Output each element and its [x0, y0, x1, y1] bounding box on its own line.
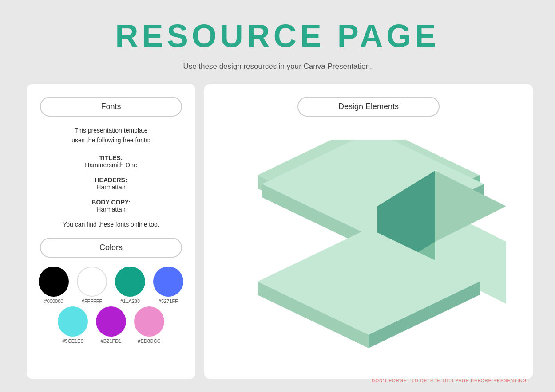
- main-content: Fonts This presentation template uses th…: [27, 84, 528, 379]
- colors-section: Colors #000000 #FFFFFF #11A288: [40, 238, 182, 346]
- fonts-header: Fonts: [40, 97, 182, 117]
- color-swatch-blue: #5271FF: [153, 267, 183, 304]
- color-swatch-white: #FFFFFF: [77, 267, 107, 304]
- shapes-container: [218, 140, 519, 353]
- color-swatch-teal: #11A288: [115, 267, 145, 304]
- fonts-description: This presentation template uses the foll…: [40, 125, 182, 145]
- color-label-teal: #11A288: [120, 298, 140, 304]
- design-elements-area: [218, 125, 519, 366]
- color-label-white: #FFFFFF: [82, 298, 102, 304]
- body-label: BODY COPY:: [40, 199, 182, 206]
- titles-label: TITLES:: [40, 154, 182, 161]
- color-label-purple: #B21FD1: [101, 338, 121, 344]
- color-circle-black: [39, 267, 69, 297]
- color-label-pink: #ED8DCC: [138, 338, 160, 344]
- titles-value: Hammersmith One: [40, 161, 182, 169]
- left-panel: Fonts This presentation template uses th…: [27, 84, 195, 379]
- isometric-shapes-svg: [218, 140, 519, 353]
- headers-value: Harmattan: [40, 184, 182, 191]
- color-circle-blue: [153, 267, 183, 297]
- body-value: Harmattan: [40, 206, 182, 213]
- color-circle-pink: [134, 306, 164, 337]
- headers-font: HEADERS: Harmattan: [40, 176, 182, 191]
- headers-label: HEADERS:: [40, 176, 182, 184]
- color-swatch-black: #000000: [39, 267, 69, 304]
- color-label-cyan: #5CE1E6: [62, 338, 83, 344]
- colors-header: Colors: [40, 238, 182, 258]
- color-circle-white: [77, 267, 107, 297]
- color-swatch-purple: #B21FD1: [96, 306, 126, 344]
- footer-note: DON'T FORGET TO DELETE THIS PAGE BEFORE …: [372, 378, 528, 383]
- color-circle-teal: [115, 267, 145, 297]
- find-fonts-text: You can find these fonts online too.: [40, 221, 182, 228]
- body-font: BODY COPY: Harmattan: [40, 199, 182, 213]
- page-title: RESOURCE PAGE: [115, 18, 440, 54]
- color-swatch-pink: #ED8DCC: [134, 306, 164, 344]
- page-subtitle: Use these design resources in your Canva…: [183, 62, 372, 71]
- titles-font: TITLES: Hammersmith One: [40, 154, 182, 169]
- color-circle-purple: [96, 306, 126, 337]
- color-circle-cyan: [58, 306, 88, 337]
- color-swatch-cyan: #5CE1E6: [58, 306, 88, 344]
- color-swatches-row1: #000000 #FFFFFF #11A288 #5271FF: [40, 267, 182, 304]
- color-label-blue: #5271FF: [159, 298, 178, 304]
- right-panel: Design Elements: [204, 84, 533, 379]
- color-swatches-row2: #5CE1E6 #B21FD1 #ED8DCC: [40, 306, 182, 344]
- color-label-black: #000000: [44, 298, 63, 304]
- page: RESOURCE PAGE Use these design resources…: [0, 0, 555, 392]
- design-elements-header: Design Elements: [297, 97, 440, 117]
